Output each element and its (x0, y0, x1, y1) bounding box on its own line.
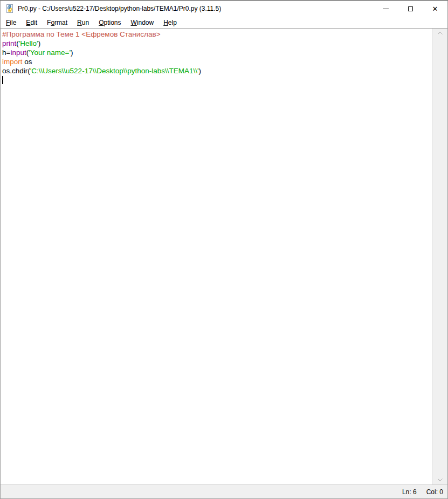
code-token-plain: ) (199, 67, 202, 75)
close-icon: ✕ (432, 5, 438, 12)
menu-bar: FileEditFormatRunOptionsWindowHelp (1, 17, 447, 29)
chevron-up-icon (438, 32, 443, 34)
code-token-string: 'C:\\Users\\u522-17\\Desktop\\python-lab… (30, 67, 199, 75)
menu-help[interactable]: Help (158, 18, 182, 27)
idle-editor-window: Pr0.py - C:/Users/u522-17/Desktop/python… (0, 0, 448, 499)
code-line-3: h=input('Your name=') (2, 48, 432, 57)
maximize-button[interactable] (398, 1, 423, 17)
minimize-icon (383, 9, 389, 9)
menu-file[interactable]: File (1, 18, 21, 27)
code-token-builtin: print (2, 39, 16, 47)
minimize-button[interactable] (373, 1, 398, 17)
code-area[interactable]: #Программа по Теме 1 <Ефремов Станислав>… (1, 29, 432, 484)
menu-options[interactable]: Options (94, 18, 126, 27)
code-token-plain: h= (2, 48, 10, 57)
code-token-plain: os.chdir( (2, 67, 30, 75)
status-bar: Ln: 6 Col: 0 (1, 484, 447, 498)
title-bar[interactable]: Pr0.py - C:/Users/u522-17/Desktop/python… (1, 1, 447, 17)
close-button[interactable]: ✕ (423, 1, 447, 17)
menu-edit[interactable]: Edit (21, 18, 42, 27)
code-token-plain: ) (38, 39, 41, 47)
chevron-down-icon (438, 479, 443, 481)
window-title: Pr0.py - C:/Users/u522-17/Desktop/python… (18, 5, 221, 12)
menu-format[interactable]: Format (42, 18, 72, 27)
code-line-1: #Программа по Теме 1 <Ефремов Станислав> (2, 30, 432, 39)
code-token-plain: ) (71, 48, 73, 57)
status-col-indicator: Col: 0 (426, 488, 443, 496)
code-token-string: 'Your name=' (29, 48, 71, 57)
code-line-6 (2, 75, 432, 85)
status-line-indicator: Ln: 6 (402, 488, 417, 496)
python-file-icon (5, 4, 14, 13)
scrollbar-up-button[interactable] (432, 29, 447, 38)
vertical-scrollbar[interactable] (432, 29, 447, 484)
code-line-2: print('Hello') (2, 39, 432, 48)
code-token-plain: os (23, 58, 32, 66)
code-token-builtin: input (10, 48, 26, 57)
code-line-4: import os (2, 57, 432, 66)
scrollbar-down-button[interactable] (432, 475, 447, 484)
maximize-icon (408, 6, 413, 11)
menu-run[interactable]: Run (72, 18, 94, 27)
code-token-keyword: import (2, 58, 23, 66)
text-cursor (2, 76, 3, 84)
code-token-comment: #Программа по Теме 1 <Ефремов Станислав> (2, 30, 161, 38)
editor-main: #Программа по Теме 1 <Ефремов Станислав>… (1, 29, 447, 484)
menu-window[interactable]: Window (126, 18, 159, 27)
code-line-5: os.chdir('C:\\Users\\u522-17\\Desktop\\p… (2, 66, 432, 75)
code-token-string: 'Hello' (19, 39, 38, 47)
window-controls: ✕ (373, 1, 447, 17)
